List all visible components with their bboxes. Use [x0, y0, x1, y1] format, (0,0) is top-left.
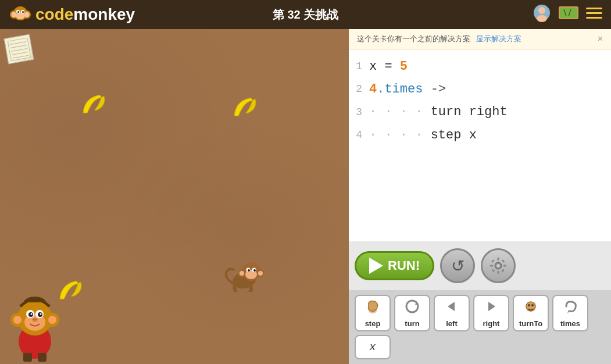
map-icon [558, 5, 579, 21]
times-icon [562, 298, 579, 318]
settings-icon [488, 256, 508, 276]
svg-rect-18 [8, 38, 30, 60]
replay-button[interactable]: ↺ [440, 248, 475, 283]
menu-icon [586, 6, 602, 19]
run-button[interactable]: RUN! [355, 251, 434, 280]
variable-x-label: x [370, 341, 376, 353]
blocks-bar: step turn left [349, 290, 611, 364]
block-left[interactable]: left [434, 295, 470, 331]
avatar-button[interactable] [533, 3, 551, 26]
svg-point-9 [22, 11, 24, 13]
times-label: times [560, 319, 580, 328]
code-content-4: · · · · step x [369, 125, 611, 145]
svg-point-42 [48, 316, 56, 324]
block-times[interactable]: times [552, 295, 588, 331]
close-notification-button[interactable]: × [598, 34, 603, 44]
line-number-4: 4 [349, 127, 369, 144]
turn-icon [403, 298, 421, 318]
right-label: right [483, 319, 500, 328]
svg-rect-62 [501, 269, 505, 273]
svg-rect-37 [38, 353, 47, 362]
ruler [3, 34, 34, 64]
run-label: RUN! [388, 258, 420, 273]
menu-button[interactable] [586, 6, 602, 23]
svg-rect-36 [23, 353, 32, 362]
line-number-3: 3 [349, 104, 369, 121]
line-number-2: 2 [349, 81, 369, 98]
map-button[interactable] [558, 5, 579, 24]
code-content-2: 4.times -> [369, 79, 611, 99]
right-icon [483, 298, 500, 318]
topbar-right [533, 3, 602, 26]
level-title: 第 32 关挑战 [273, 7, 338, 23]
svg-point-49 [40, 313, 42, 315]
svg-rect-55 [498, 258, 499, 260]
svg-point-27 [240, 271, 244, 276]
svg-point-29 [258, 271, 263, 276]
block-turn[interactable]: turn [394, 295, 430, 331]
svg-rect-61 [492, 269, 495, 273]
code-content-3: · · · · turn right [369, 102, 611, 122]
notification-bar: 这个关卡你有一个之前的解决方案 显示解决方案 × [349, 29, 611, 49]
svg-rect-13 [559, 7, 578, 19]
code-editor[interactable]: 1 x = 5 2 4.times -> 3 · · · · turn righ… [349, 49, 611, 241]
block-right[interactable]: right [473, 295, 509, 331]
svg-point-12 [537, 15, 547, 22]
svg-point-67 [531, 304, 534, 306]
logo-text: CODEmonkey [35, 5, 135, 24]
main-monkey [6, 280, 64, 364]
avatar-icon [533, 3, 551, 22]
turnto-icon [522, 298, 539, 318]
play-icon [369, 258, 383, 274]
main-content: 这个关卡你有一个之前的解决方案 显示解决方案 × 1 x = 5 2 4.tim… [0, 29, 611, 364]
logo-code: CODE [35, 5, 73, 23]
svg-point-8 [17, 11, 19, 13]
svg-rect-57 [490, 265, 493, 267]
code-line-1: 1 x = 5 [349, 55, 611, 78]
show-solution-link[interactable]: 显示解决方案 [476, 34, 521, 43]
svg-rect-56 [498, 271, 499, 274]
game-area [0, 29, 349, 364]
banana-1 [75, 89, 111, 123]
action-bar: RUN! ↺ [349, 241, 611, 290]
step-icon [364, 298, 381, 318]
svg-point-66 [528, 304, 530, 306]
svg-rect-60 [502, 259, 505, 263]
svg-point-33 [248, 269, 250, 272]
turnto-label: turnTo [519, 319, 542, 328]
svg-rect-59 [491, 259, 495, 263]
topbar: CODEmonkey 第 32 关挑战 [0, 0, 611, 29]
svg-point-40 [13, 316, 22, 324]
settings-button[interactable] [481, 248, 516, 283]
logo-icon [9, 3, 32, 26]
notification-text: 这个关卡你有一个之前的解决方案 显示解决方案 [357, 34, 521, 44]
svg-rect-17 [586, 17, 602, 19]
svg-point-34 [253, 269, 256, 272]
svg-rect-58 [503, 265, 506, 267]
svg-point-48 [31, 313, 33, 315]
svg-point-50 [32, 318, 38, 322]
svg-point-54 [496, 264, 500, 267]
svg-point-63 [369, 309, 377, 313]
banana-2 [226, 92, 262, 126]
svg-rect-15 [586, 8, 602, 9]
code-line-4: 4 · · · · step x [349, 124, 611, 147]
monkey-character [221, 251, 267, 294]
code-line-2: 2 4.times -> [349, 78, 611, 101]
svg-point-51 [33, 319, 34, 320]
code-content-1: x = 5 [369, 56, 611, 77]
step-label: step [365, 319, 381, 328]
block-turnto[interactable]: turnTo [513, 295, 549, 331]
svg-point-11 [538, 7, 545, 14]
left-label: left [446, 319, 458, 328]
left-icon [443, 298, 460, 318]
right-panel: 这个关卡你有一个之前的解决方案 显示解决方案 × 1 x = 5 2 4.tim… [349, 29, 611, 364]
svg-point-5 [16, 12, 25, 19]
block-step[interactable]: step [355, 295, 391, 331]
replay-icon: ↺ [451, 256, 464, 276]
svg-point-52 [35, 319, 37, 320]
logo-area: CODEmonkey [9, 3, 135, 26]
block-variable-x[interactable]: x [355, 335, 391, 359]
turn-label: turn [405, 319, 419, 328]
svg-rect-16 [586, 12, 602, 14]
